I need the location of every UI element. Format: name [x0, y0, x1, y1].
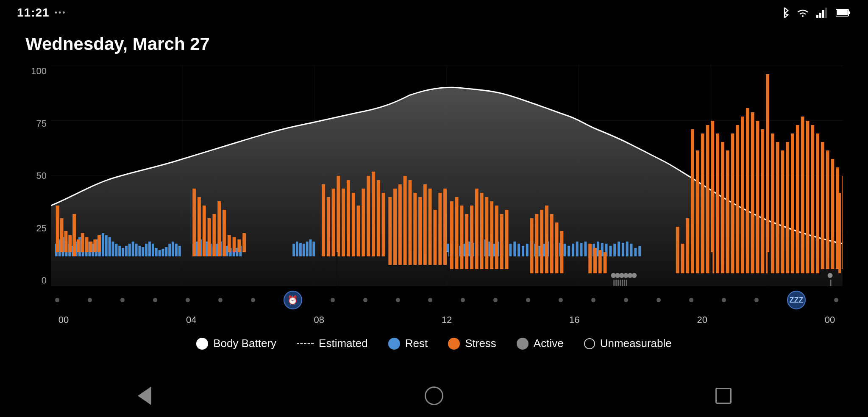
svg-rect-144 — [237, 239, 241, 252]
x-label-04: 04 — [178, 314, 204, 325]
svg-rect-165 — [418, 197, 422, 265]
chart-area[interactable] — [51, 66, 843, 286]
timeline-dot — [689, 298, 693, 302]
svg-rect-2 — [822, 10, 824, 18]
legend-active-label: Active — [534, 337, 564, 350]
svg-rect-110 — [580, 243, 583, 256]
svg-rect-5 — [849, 11, 850, 14]
svg-rect-186 — [545, 206, 548, 273]
x-axis: 00 04 08 12 16 20 00 — [51, 311, 843, 328]
svg-rect-42 — [135, 244, 138, 256]
svg-rect-209 — [751, 112, 754, 273]
svg-rect-218 — [796, 125, 799, 273]
svg-rect-155 — [367, 176, 370, 256]
svg-rect-185 — [540, 210, 543, 273]
home-button[interactable] — [421, 383, 447, 409]
timeline-dot — [186, 298, 190, 302]
svg-rect-171 — [450, 201, 453, 269]
svg-rect-240 — [613, 280, 615, 286]
svg-rect-194 — [676, 227, 679, 273]
x-label-24: 00 — [817, 314, 843, 325]
svg-rect-175 — [470, 206, 473, 269]
svg-rect-196 — [686, 218, 689, 273]
svg-rect-129 — [77, 239, 80, 252]
svg-rect-106 — [563, 244, 566, 256]
svg-rect-152 — [352, 193, 355, 256]
svg-rect-143 — [233, 237, 236, 252]
x-label-00: 00 — [51, 314, 76, 325]
y-label-75: 75 — [36, 118, 47, 129]
svg-rect-132 — [89, 242, 92, 252]
svg-rect-107 — [568, 246, 570, 256]
back-button[interactable] — [132, 383, 157, 409]
legend-estimated: Estimated — [297, 337, 368, 350]
svg-rect-117 — [613, 244, 616, 256]
svg-rect-244 — [622, 280, 623, 286]
svg-rect-47 — [152, 244, 154, 256]
svg-rect-130 — [81, 233, 84, 252]
svg-rect-127 — [68, 235, 72, 252]
svg-rect-221 — [811, 125, 814, 273]
svg-rect-183 — [530, 218, 534, 273]
svg-rect-142 — [228, 235, 231, 252]
svg-rect-242 — [618, 280, 619, 286]
svg-rect-131 — [85, 237, 89, 252]
svg-rect-180 — [495, 206, 498, 269]
legend-stress-label: Stress — [465, 337, 496, 350]
svg-rect-121 — [630, 244, 633, 256]
svg-rect-184 — [535, 214, 538, 273]
svg-rect-137 — [203, 206, 206, 256]
svg-rect-163 — [409, 180, 412, 265]
timeline-dot — [396, 298, 400, 302]
svg-rect-72 — [296, 242, 298, 256]
svg-rect-125 — [60, 218, 64, 252]
timeline-dot — [559, 298, 563, 302]
legend-rest: Rest — [388, 337, 428, 350]
svg-rect-210 — [756, 121, 760, 273]
svg-rect-176 — [475, 189, 479, 269]
svg-rect-74 — [303, 244, 305, 256]
svg-rect-168 — [434, 210, 437, 265]
svg-rect-52 — [168, 244, 171, 256]
svg-rect-145 — [242, 233, 246, 252]
svg-rect-170 — [443, 189, 447, 265]
unmeasurable-icon — [584, 338, 595, 349]
svg-rect-93 — [509, 244, 512, 256]
svg-rect-138 — [208, 218, 211, 256]
alarm-icon[interactable]: ⏰ — [284, 291, 302, 309]
timeline-dot — [55, 298, 59, 302]
chart-svg — [51, 66, 843, 286]
svg-rect-158 — [382, 193, 385, 256]
svg-rect-162 — [403, 176, 407, 265]
x-label-08: 08 — [306, 314, 332, 325]
svg-rect-191 — [593, 248, 597, 273]
svg-rect-119 — [622, 243, 624, 256]
legend-estimated-label: Estimated — [319, 337, 368, 350]
svg-rect-247 — [830, 280, 832, 286]
svg-rect-205 — [731, 133, 734, 273]
timeline-dot — [218, 298, 223, 302]
wifi-icon — [796, 8, 810, 18]
svg-rect-187 — [550, 214, 554, 273]
timeline-dot — [251, 298, 255, 302]
timeline-dot — [657, 298, 661, 302]
timeline-dot — [591, 298, 595, 302]
timeline-dot — [754, 298, 759, 302]
legend-body-battery: Body Battery — [196, 337, 276, 350]
recent-button[interactable] — [711, 383, 736, 409]
y-label-0: 0 — [42, 275, 47, 286]
svg-rect-41 — [132, 242, 134, 256]
svg-rect-197 — [691, 129, 694, 273]
svg-rect-32 — [102, 233, 104, 256]
svg-rect-124 — [56, 206, 59, 252]
svg-rect-151 — [347, 180, 350, 256]
svg-rect-46 — [148, 242, 151, 256]
svg-rect-189 — [560, 231, 563, 273]
svg-rect-134 — [97, 235, 101, 252]
svg-rect-222 — [816, 133, 819, 273]
svg-rect-153 — [357, 206, 360, 256]
status-bar: 11:21 ••• — [0, 0, 868, 25]
sleep-icon[interactable]: ZZZ — [787, 291, 806, 309]
svg-rect-169 — [438, 193, 442, 265]
x-label-20: 20 — [690, 314, 715, 325]
